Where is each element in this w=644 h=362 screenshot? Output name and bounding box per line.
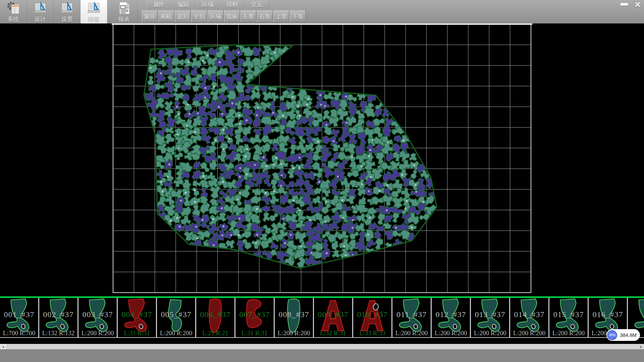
menu-nesting[interactable]: 排料 — [220, 0, 245, 9]
nav-label: 系统 — [8, 16, 19, 23]
nav-system-button[interactable]: 系统 — [0, 0, 27, 23]
piece-thumbnail[interactable]: 012_#37 L:200 R:200 — [432, 298, 471, 337]
nesting-icon — [87, 0, 101, 16]
piece-thumbnail[interactable]: 007_#37 L:31 R:31 — [235, 298, 275, 337]
piece-name-label: 007_#37 — [235, 310, 274, 319]
tool-camera[interactable]: 相机 — [158, 10, 174, 22]
piece-lr-count-label: L:200 R:200 — [471, 329, 509, 337]
piece-thumbnail[interactable]: 006_#37 L:21 R:21 — [196, 298, 235, 337]
piece-thumbnail[interactable]: 004_#37 L:31 R:31 — [118, 298, 157, 337]
piece-thumbnail[interactable]: 014_#37 L:200 R:200 — [510, 298, 549, 337]
system-icon — [6, 0, 20, 16]
piece-thumbnail[interactable]: 015_#37 L:200 R:200 — [549, 298, 589, 337]
nav-nesting-button-active[interactable]: 排版 — [80, 0, 107, 23]
settings-icon — [60, 0, 74, 16]
piece-lr-count-label: L:200 R:200 — [78, 329, 117, 337]
piece-thumbnail[interactable]: 001_#37 L:700 R:700 — [0, 298, 39, 337]
piece-name-label: 005_#37 — [157, 310, 195, 319]
memory-badge: 38% 384.8M — [606, 329, 640, 341]
horizontal-scrollbar[interactable]: ‹ › — [0, 344, 644, 349]
piece-name-label: 009_#37 — [314, 310, 352, 319]
window-controls: ✕ — [619, 0, 643, 8]
piece-lr-count-label: L:200 R:200 — [157, 329, 195, 337]
close-button[interactable]: ✕ — [633, 0, 643, 8]
menu-area: 属性 编辑 区域 排料 交互 聚排 相机 选割 全割 区域 瑕疵 左靠 右靠 上… — [142, 0, 306, 22]
tool-snap-down[interactable]: 下靠 — [290, 10, 306, 22]
memory-size-label: 384.8M — [620, 332, 637, 338]
tool-snap-right[interactable]: 右靠 — [257, 10, 273, 22]
piece-thumbnail[interactable]: 011_#37 L:200 R:200 — [392, 298, 432, 337]
menu-properties[interactable]: 属性 — [147, 0, 171, 9]
piece-lr-count-label: L:32 R:31 — [314, 329, 352, 337]
piece-name-label: 012_#37 — [432, 310, 470, 319]
hide-nesting-svg[interactable] — [0, 23, 644, 296]
piece-name-label: 016_#37 — [589, 310, 627, 319]
piece-lr-count-label: L:200 R:200 — [432, 329, 470, 337]
piece-name-label: 014_#37 — [510, 310, 548, 319]
piece-lr-count-label: L:132 R:132 — [39, 329, 77, 337]
piece-name-label: 008_#37 — [275, 310, 313, 319]
piece-thumbnail[interactable]: 003_#37 L:200 R:200 — [78, 298, 118, 337]
piece-name-label: 001_#37 — [0, 310, 38, 319]
nav-label: 排版 — [88, 16, 100, 23]
piece-lr-count-label: L:31 R:31 — [235, 329, 274, 337]
menu-region[interactable]: 区域 — [196, 0, 220, 9]
piece-lr-count-label: L:33 R:33 — [353, 329, 391, 337]
scroll-right-arrow-icon[interactable]: › — [637, 344, 644, 349]
piece-name-label: 002_#37 — [39, 310, 77, 319]
nav-design-button[interactable]: 设计 — [27, 0, 54, 23]
piece-lr-count-label: L:200 R:200 — [510, 329, 548, 337]
piece-thumbnail[interactable]: 002_#37 L:132 R:132 — [39, 298, 78, 337]
piece-name-label: 011_#37 — [392, 310, 431, 319]
tool-cluster-nest[interactable]: 聚排 — [142, 10, 158, 22]
nav-gap — [107, 0, 111, 23]
piece-name-label: 013_#37 — [471, 310, 509, 319]
piece-lr-count-label: L:31 R:31 — [118, 329, 156, 337]
minimize-icon — [620, 3, 628, 6]
piece-lr-count-label: L:21 R:21 — [196, 329, 234, 337]
tool-snap-up[interactable]: 上靠 — [273, 10, 289, 22]
tool-bar: 聚排 相机 选割 全割 区域 瑕疵 左靠 右靠 上靠 下靠 — [142, 10, 306, 22]
nav-label: 报表 — [118, 16, 130, 23]
menu-bar: 属性 编辑 区域 排料 交互 — [147, 0, 306, 9]
menu-edit[interactable]: 编辑 — [171, 0, 196, 9]
piece-thumbnail[interactable]: 009_#37 L:32 R:31 — [314, 298, 353, 337]
nesting-canvas[interactable] — [0, 23, 644, 296]
tool-region[interactable]: 区域 — [208, 10, 223, 22]
status-bar — [0, 349, 644, 362]
piece-thumbnail[interactable]: 005_#37 L:200 R:200 — [157, 298, 196, 337]
piece-thumbnail-strip: 001_#37 L:700 R:700 002_#37 L:132 R:132 … — [0, 296, 644, 338]
piece-name-label: 006_#37 — [196, 310, 234, 319]
scroll-left-arrow-icon[interactable]: ‹ — [0, 344, 7, 349]
nav-label: 设计 — [35, 16, 46, 23]
piece-lr-count-label: L:200 R:200 — [275, 329, 313, 337]
close-icon: ✕ — [634, 0, 641, 9]
tool-snap-left[interactable]: 左靠 — [240, 10, 256, 22]
report-icon — [117, 0, 131, 16]
nav-settings-button[interactable]: 设置 — [54, 0, 80, 23]
toolbar: 系统 设计 — [0, 0, 644, 23]
piece-lr-count-label: L:200 R:200 — [549, 329, 588, 337]
nav-label: 设置 — [61, 16, 73, 23]
tool-cut-all[interactable]: 全割 — [191, 10, 207, 22]
nesting-app-window: 系统 设计 — [0, 0, 644, 362]
nav-button-group: 系统 设计 — [0, 0, 138, 23]
piece-lr-count-label: L:200 R:200 — [392, 329, 431, 337]
memory-percent-badge: 38% — [607, 330, 617, 340]
piece-thumbnail[interactable]: 008_#37 L:200 R:200 — [275, 298, 314, 337]
design-icon — [33, 0, 47, 16]
piece-name-label: 015_#37 — [549, 310, 588, 319]
nav-report-button[interactable]: 报表 — [111, 0, 138, 23]
tool-select-cut[interactable]: 选割 — [175, 10, 191, 22]
piece-name-label: 010_#37 — [353, 310, 391, 319]
piece-thumbnail[interactable]: 010_#37 L:33 R:33 — [353, 298, 392, 337]
piece-name-label: 004_#37 — [118, 310, 156, 319]
tool-defect[interactable]: 瑕疵 — [224, 10, 240, 22]
piece-thumbnail[interactable]: 013_#37 L:200 R:200 — [471, 298, 510, 337]
minimize-button[interactable] — [619, 0, 630, 8]
piece-name-label: 003_#37 — [78, 310, 117, 319]
menu-interactive[interactable]: 交互 — [245, 0, 269, 9]
piece-lr-count-label: L:700 R:700 — [0, 329, 38, 337]
